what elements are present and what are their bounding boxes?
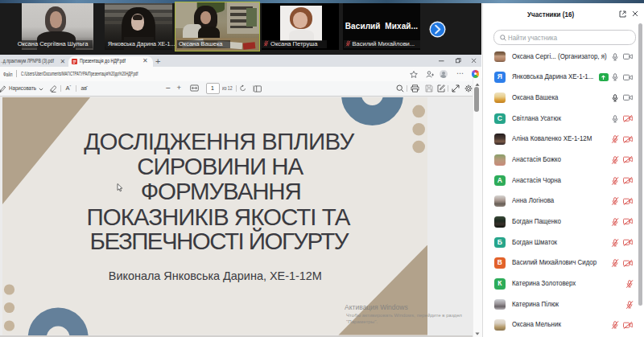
svg-text:ДОСЛІДЖЕННЯ ВПЛИВУ: ДОСЛІДЖЕННЯ ВПЛИВУ <box>84 128 354 154</box>
svg-text:СИРОВИНИ НА: СИРОВИНИ НА <box>137 153 303 179</box>
svg-text:ПОКАЗНИКІВ ЯКОСТІ ТА: ПОКАЗНИКІВ ЯКОСТІ ТА <box>86 203 350 230</box>
svg-text:БЕЗПЕЧНОСТІ ЙОГУРТУ: БЕЗПЕЧНОСТІ ЙОГУРТУ <box>89 228 349 254</box>
svg-text:Виконала Янковська Дарина, ХЕ-: Виконала Янковська Дарина, ХЕ-1-12М <box>108 269 321 282</box>
svg-text:ФОРМУВАННЯ: ФОРМУВАННЯ <box>140 178 301 204</box>
